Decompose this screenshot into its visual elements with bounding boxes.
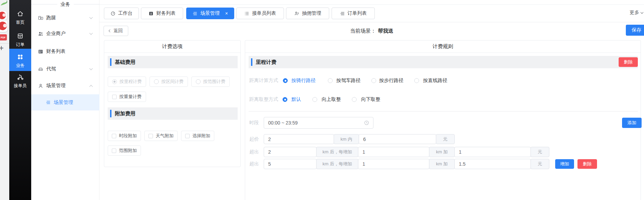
over-km-input[interactable]: [264, 159, 317, 169]
menu-item-enterprise[interactable]: 企业商户: [31, 27, 99, 40]
billing-options-panel: 计费选项 基础费用 按里程计费 按区间计费 按范围计费 按重量计费 附加费用 时…: [104, 40, 241, 167]
menu-item-label: 代驾: [46, 66, 56, 72]
radio-label: 向下取整: [361, 96, 380, 103]
time-range-value: 00:00 ~ 23:59: [264, 120, 298, 126]
divider: [249, 111, 638, 111]
chevron-down-icon: [90, 16, 93, 19]
unit-yuan: 元: [530, 159, 549, 169]
tab-label: 订单列表: [348, 10, 367, 16]
delete-section-button[interactable]: 删除: [619, 57, 638, 67]
radio-label: 按里程计费: [120, 79, 142, 85]
more-menu[interactable]: 更多: [630, 10, 643, 15]
pdf-icon[interactable]: PDF: [0, 34, 7, 40]
checkbox-time-extra[interactable]: 时段附加: [108, 131, 141, 141]
menu-subitem-label: 场景管理: [54, 99, 73, 106]
tab-courier-list[interactable]: 接单员列表: [236, 8, 284, 19]
add-row-button[interactable]: 增加: [555, 159, 574, 169]
menu-item-scenes[interactable]: 场景管理: [31, 79, 99, 93]
field-label: 起价: [249, 136, 259, 142]
time-range-input[interactable]: 00:00 ~ 23:59: [264, 117, 373, 129]
tab-label: 工作台: [118, 10, 133, 16]
add-time-button[interactable]: 添加: [622, 118, 642, 128]
tab-label: 抽佣管理: [302, 10, 321, 16]
close-icon[interactable]: ×: [225, 11, 228, 16]
plus-icon[interactable]: +: [0, 44, 5, 52]
over-km-input[interactable]: [264, 147, 317, 157]
radio-straight-path[interactable]: [414, 78, 419, 83]
chevron-down-icon: [641, 11, 643, 13]
clock-icon: [364, 120, 369, 126]
radio-round-down[interactable]: [352, 97, 357, 102]
radio-by-distance[interactable]: 按里程计费: [108, 77, 146, 87]
tab-order-list[interactable]: 订单列表: [332, 8, 375, 19]
tab-label: 接单员列表: [252, 10, 276, 16]
radio-icon: [196, 79, 201, 84]
radio-riding-path[interactable]: [283, 78, 288, 83]
delete-row-button[interactable]: 删除: [577, 159, 597, 169]
step-price-input[interactable]: [454, 147, 531, 157]
field-label: 超出: [249, 161, 259, 167]
radio-walking-path[interactable]: [371, 78, 376, 83]
sidebar-item-couriers[interactable]: 接单员: [9, 73, 31, 89]
radio-driving-path[interactable]: [328, 78, 333, 83]
tab-workbench[interactable]: 工作台: [104, 8, 139, 19]
field-label: 时段: [249, 120, 259, 126]
menu-subitem-scene-management[interactable]: 场景管理: [31, 94, 99, 110]
base-price-input[interactable]: [359, 134, 436, 144]
people-icon: [38, 31, 44, 37]
sidebar-item-home[interactable]: 首页: [9, 10, 31, 25]
checkbox-weather-extra[interactable]: 天气附加: [144, 131, 178, 141]
gauge-icon: [110, 11, 116, 16]
tab-scene-management-active[interactable]: 场景管理 ×: [186, 8, 234, 19]
section-mileage-billing: 里程计费: [249, 56, 638, 68]
unit-km-after: km 后，每增加: [316, 159, 358, 169]
sidebar-item-business[interactable]: 业务: [9, 49, 31, 71]
radio-by-range[interactable]: 按区间计费: [150, 77, 188, 87]
finance-icon: [38, 49, 44, 55]
save-button[interactable]: 保存: [626, 25, 644, 36]
divider: [99, 4, 644, 5]
checkbox-select-extra[interactable]: 选择附加: [181, 131, 214, 141]
plant-icon: [0, 0, 9, 6]
step-price-input[interactable]: [454, 159, 531, 169]
radio-by-area[interactable]: 按范围计费: [191, 77, 230, 87]
base-km-input[interactable]: [264, 134, 334, 144]
list-icon: [46, 100, 51, 105]
chevron-down-icon: [90, 32, 93, 35]
tab-commission[interactable]: 抽佣管理: [286, 8, 329, 19]
panel-title: 计费规则: [245, 40, 641, 53]
radio-icon: [154, 79, 159, 84]
sidebar-item-orders[interactable]: 订单: [9, 33, 31, 48]
list-icon: [192, 11, 198, 16]
base-price-inputs: km 内 元: [264, 134, 455, 144]
menu-item-errands[interactable]: 跑腿: [31, 11, 99, 25]
radio-default[interactable]: [283, 97, 287, 102]
radio-label: 按驾车路径: [336, 78, 360, 84]
radio-icon: [112, 79, 117, 84]
scene-value: 帮我送: [378, 28, 393, 34]
list-bullets-icon: [244, 11, 249, 16]
unit-km-within: km 内: [334, 134, 359, 144]
step-km-input[interactable]: [358, 159, 429, 169]
checkbox-area-extra[interactable]: 范围附加: [108, 145, 141, 156]
desktop-edge-strip: PDF +: [0, 0, 9, 200]
billing-rules-panel: 计费规则 里程计费 删除 距离计算方式 按骑行路径 按驾车路径 按步行路径 按直…: [245, 40, 641, 200]
step-km-input[interactable]: [358, 147, 429, 157]
checkbox-label: 选择附加: [192, 133, 210, 139]
checkbox-by-weight[interactable]: 按重量计费: [108, 92, 146, 102]
menu-item-driving[interactable]: 代驾: [31, 62, 99, 76]
radio-round-up[interactable]: [312, 97, 317, 102]
field-label: 距离计算方式: [249, 78, 278, 84]
checkbox-label: 按重量计费: [119, 94, 142, 100]
field-label: 距离取整方式: [249, 96, 278, 103]
panel-title: 计费选项: [104, 40, 240, 53]
menu-item-finance[interactable]: 财务列表: [31, 45, 99, 58]
sidebar-item-label: 业务: [9, 63, 31, 69]
list-icon: [340, 11, 345, 16]
checkbox-icon: [185, 134, 190, 138]
tab-finance-list[interactable]: 财务列表: [141, 8, 183, 19]
home-icon: [17, 10, 24, 17]
over-price-row-2: 超出 km 后，每增加 km 加 元 增加 删除: [245, 159, 641, 169]
order-icon: [17, 33, 24, 39]
sidebar-item-label: 接单员: [9, 83, 31, 89]
